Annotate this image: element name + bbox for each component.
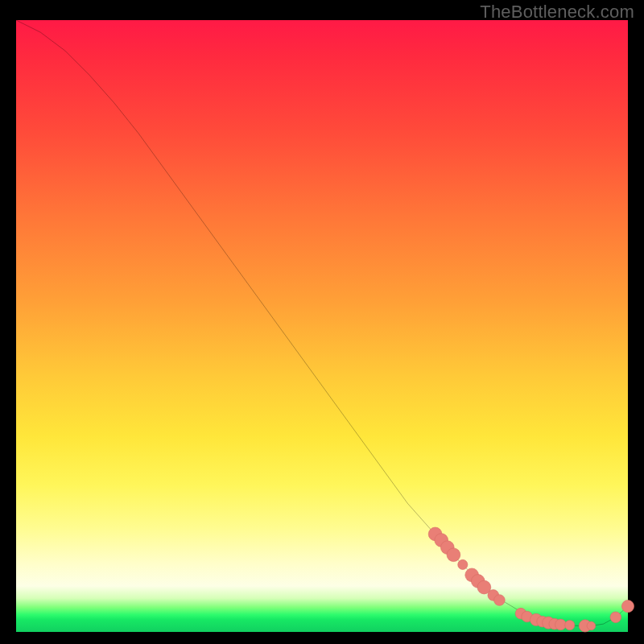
chart-frame: TheBottleneck.com xyxy=(0,0,644,644)
bottleneck-curve xyxy=(16,20,628,625)
chart-svg xyxy=(16,20,628,632)
curve-marker xyxy=(587,621,596,630)
curve-marker xyxy=(447,548,460,562)
curve-marker xyxy=(565,621,575,630)
curve-marker xyxy=(621,600,634,612)
curve-markers xyxy=(428,527,634,632)
curve-marker xyxy=(610,612,621,623)
curve-marker xyxy=(458,559,468,569)
curve-marker xyxy=(494,595,506,606)
curve-marker xyxy=(555,619,567,630)
plot-area xyxy=(16,20,628,632)
